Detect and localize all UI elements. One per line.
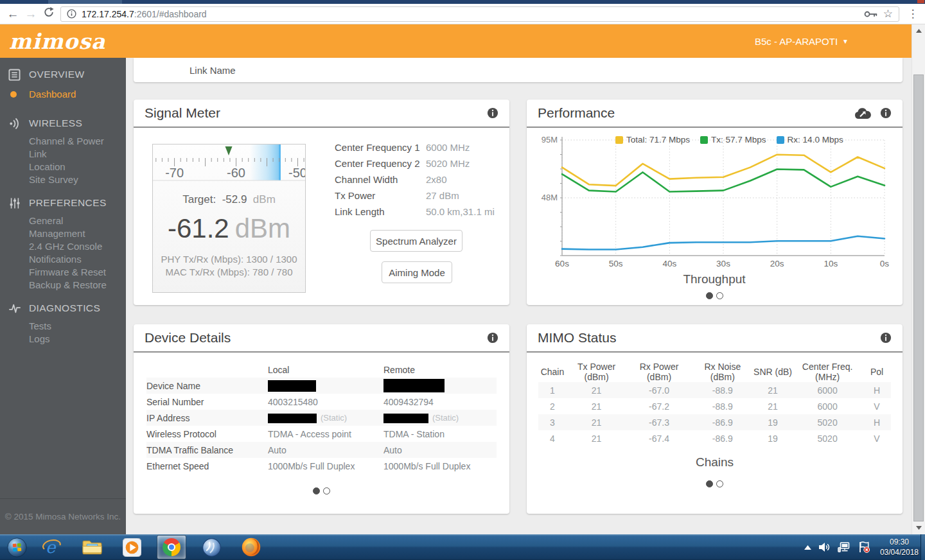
cell-value: 1000Mb/s Full Duplex — [268, 461, 355, 471]
sidebar-item-site-survey[interactable]: Site Survey — [0, 173, 126, 186]
info-icon[interactable] — [880, 332, 892, 344]
sidebar-header-diagnostics[interactable]: DIAGNOSTICS — [0, 301, 126, 316]
device-details-table: LocalRemoteDevice NameSerial Number40032… — [146, 362, 497, 474]
sidebar-item-channel-power[interactable]: Channel & Power — [0, 135, 126, 148]
show-desktop-button[interactable] — [921, 534, 925, 560]
sidebar-header-overview[interactable]: OVERVIEW — [0, 67, 126, 82]
svg-text:-50: -50 — [288, 166, 305, 180]
device-selector[interactable]: B5c - AP-ARAPOTI ▼ — [755, 36, 849, 47]
bookmark-star-icon[interactable]: ☆ — [883, 7, 893, 21]
signal-meter-title: Signal Meter — [145, 105, 487, 121]
sidebar-item-label: Logs — [29, 333, 50, 344]
remote-value: 1000Mb/s Full Duplex — [383, 458, 497, 474]
redacted-value — [268, 414, 317, 423]
browser-forward-button[interactable]: → — [22, 4, 40, 24]
browser-address-bar[interactable]: 172.17.254.7:2601/#dashboard ☆ — [60, 6, 899, 22]
sidebar-item-2-4-ghz-console[interactable]: 2.4 GHz Console — [0, 240, 126, 253]
sidebar-section-overview: OVERVIEWDashboard — [0, 58, 126, 103]
mimosa-logo: mimosa — [9, 29, 105, 54]
scrollbar-up-arrow[interactable] — [912, 26, 925, 36]
mimo-status-header: MIMO Status — [527, 324, 903, 353]
sidebar-header-preferences[interactable]: PREFERENCES — [0, 195, 126, 211]
sidebar-item-label: Firmware & Reset — [29, 267, 106, 277]
column-header-remote: Remote — [383, 362, 497, 378]
sidebar-item-logs[interactable]: Logs — [0, 333, 126, 346]
spectrum-analyzer-button[interactable]: Spectrum Analyzer — [370, 230, 463, 252]
network-icon[interactable] — [838, 542, 851, 553]
password-key-icon[interactable] — [864, 10, 878, 18]
mac-rate: MAC Tx/Rx (Mbps): 780 / 780 — [153, 267, 305, 277]
browser-menu-button[interactable]: ⋮ — [904, 7, 921, 21]
carousel-dot-2[interactable] — [323, 487, 330, 494]
sidebar-header-wireless[interactable]: WIRELESS — [0, 116, 126, 131]
sidebar-item-backup-restore[interactable]: Backup & Restore — [0, 279, 126, 292]
svg-text:50s: 50s — [609, 259, 623, 268]
cell-value: 6000 — [792, 398, 863, 414]
sidebar-item-location[interactable]: Location — [0, 161, 126, 173]
sidebar-item-link[interactable]: Link — [0, 148, 126, 161]
hidden-icons-arrow[interactable] — [804, 545, 811, 550]
carousel-dot-1[interactable] — [313, 487, 320, 494]
cell-value: 5020 — [792, 430, 863, 446]
sidebar-section-wireless: WIRELESSChannel & PowerLinkLocationSite … — [0, 107, 126, 186]
sidebar-item-label: Dashboard — [29, 89, 76, 100]
winbox-icon[interactable] — [191, 534, 231, 560]
page-scrollbar[interactable] — [912, 24, 925, 534]
sidebar-item-general[interactable]: General — [0, 214, 126, 227]
taskbar-clock[interactable]: 09:30 03/04/2018 — [880, 537, 919, 557]
row-label: TDMA Traffic Balance — [146, 442, 268, 458]
cell-value: 21 — [753, 382, 792, 398]
sidebar-item-management[interactable]: Management — [0, 227, 126, 240]
browser-back-button[interactable]: ← — [4, 4, 22, 24]
carousel-dot-1[interactable] — [706, 480, 713, 487]
url-text[interactable]: 172.17.254.7:2601/#dashboard — [82, 9, 859, 19]
volume-icon[interactable] — [818, 542, 831, 552]
chrome-icon-active[interactable] — [157, 535, 186, 559]
sidebar-item-label: Backup & Restore — [29, 279, 107, 290]
info-row-center-frequency-1: Center Frequency 16000 MHz — [335, 139, 495, 155]
carousel-dot-2[interactable] — [716, 292, 723, 299]
info-icon[interactable] — [487, 107, 498, 119]
scrollbar-down-arrow[interactable] — [912, 523, 925, 533]
carousel-dot-1[interactable] — [706, 292, 713, 299]
start-button[interactable] — [1, 534, 32, 560]
info-icon[interactable] — [487, 332, 498, 344]
browser-reload-button[interactable] — [40, 4, 58, 24]
table-row: Serial Number40032154804009432794 — [146, 394, 497, 410]
carousel-dot-2[interactable] — [716, 480, 723, 487]
aiming-mode-button[interactable]: Aiming Mode — [382, 261, 452, 283]
device-details-header: Device Details — [134, 324, 509, 353]
firefox-icon[interactable] — [231, 534, 271, 560]
signal-meter-card: Signal Meter -70-60-50 Target: -52.9 dBm… — [134, 100, 509, 305]
row-label: Wireless Protocol — [146, 426, 268, 442]
sidebar-item-firmware-reset[interactable]: Firmware & Reset — [0, 266, 126, 279]
svg-text:-60: -60 — [227, 166, 245, 180]
file-explorer-icon[interactable] — [72, 534, 112, 560]
column-header-rx-power-dbm: Rx Power (dBm) — [626, 362, 692, 382]
info-label: Link Length — [335, 206, 426, 217]
scrollbar-thumb[interactable] — [913, 74, 924, 521]
local-value: 4003215480 — [268, 394, 383, 410]
legend-swatch-tx — [700, 136, 708, 144]
internet-explorer-icon[interactable]: e — [32, 534, 72, 560]
sidebar-item-dashboard[interactable]: Dashboard — [0, 86, 126, 103]
column-header-tx-power-dbm: Tx Power (dBm) — [567, 362, 626, 382]
copyright: © 2015 Mimosa Networks Inc. — [0, 498, 126, 534]
performance-card: Performance 95M48M60s50s40s30s20s10s0s T… — [527, 100, 903, 305]
sidebar-item-notifications[interactable]: Notifications — [0, 253, 126, 266]
sidebar-item-tests[interactable]: Tests — [0, 320, 126, 333]
local-value: (Static) — [268, 410, 383, 426]
media-player-icon[interactable] — [112, 534, 152, 560]
page-info-icon[interactable] — [67, 9, 76, 19]
info-row-channel-width: Channel Width2x80 — [335, 171, 495, 188]
cell-value: -67.4 — [626, 430, 692, 446]
info-icon[interactable] — [880, 107, 892, 119]
table-row: Device Name — [146, 378, 497, 394]
table-row: Wireless ProtocolTDMA - Access pointTDMA… — [146, 426, 497, 442]
cell-value: 1000Mb/s Full Duplex — [383, 461, 470, 471]
action-center-flag-icon[interactable] — [858, 541, 870, 553]
cloud-upload-icon[interactable] — [854, 107, 871, 119]
svg-text:10s: 10s — [824, 259, 838, 268]
wireless-icon — [8, 117, 21, 130]
local-value: Auto — [268, 442, 383, 458]
